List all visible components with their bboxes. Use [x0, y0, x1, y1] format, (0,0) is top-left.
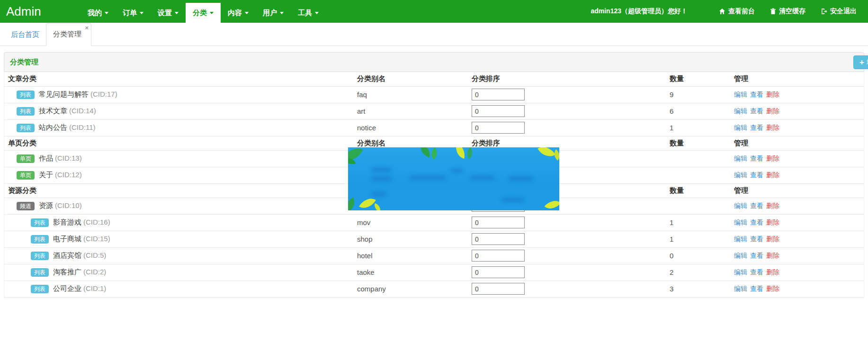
nav-menu-orders[interactable]: 订单 — [116, 3, 151, 23]
col-header-manage: 管理 — [734, 136, 864, 150]
view-site-link[interactable]: 查看前台 — [719, 7, 755, 16]
type-badge-list: 列表 — [31, 218, 49, 227]
edit-link[interactable]: 编辑 — [734, 285, 747, 292]
sort-input[interactable] — [472, 233, 525, 245]
sort-input[interactable] — [472, 250, 525, 262]
sort-input[interactable] — [472, 266, 525, 278]
edit-link[interactable]: 编辑 — [734, 91, 747, 98]
edit-link[interactable]: 编辑 — [734, 154, 747, 162]
delete-link[interactable]: 删除 — [766, 268, 779, 276]
view-link[interactable]: 查看 — [750, 285, 763, 292]
sort-input[interactable] — [472, 105, 525, 117]
nav-menu-content[interactable]: 内容 — [221, 3, 256, 23]
view-link[interactable]: 查看 — [750, 107, 763, 115]
count-cell: 1 — [670, 119, 734, 136]
banner-watermark — [509, 177, 533, 181]
plus-icon: + — [859, 58, 864, 66]
delete-link[interactable]: 删除 — [766, 107, 779, 115]
edit-link[interactable]: 编辑 — [734, 252, 747, 259]
view-link[interactable]: 查看 — [750, 202, 763, 209]
nav-menu-category[interactable]: 分类 — [186, 3, 221, 23]
banner-watermark — [410, 176, 446, 180]
delete-link[interactable]: 删除 — [766, 285, 779, 292]
delete-link[interactable]: 删除 — [766, 202, 779, 209]
view-link[interactable]: 查看 — [750, 124, 763, 131]
nav-menu-users[interactable]: 用户 — [256, 3, 291, 23]
section-title: 单页分类 — [4, 136, 357, 150]
delete-link[interactable]: 删除 — [766, 235, 779, 243]
view-link[interactable]: 查看 — [750, 154, 763, 162]
edit-link[interactable]: 编辑 — [734, 107, 747, 115]
view-link[interactable]: 查看 — [750, 171, 763, 179]
nav-menu-settings[interactable]: 设置 — [151, 3, 186, 23]
view-link[interactable]: 查看 — [750, 91, 763, 98]
nav-menu-tools[interactable]: 工具 — [291, 3, 326, 23]
delete-link[interactable]: 删除 — [766, 218, 779, 226]
banner-watermark — [502, 198, 524, 202]
delete-link[interactable]: 删除 — [766, 252, 779, 259]
add-category-button[interactable]: + 增加分类 — [853, 55, 868, 69]
category-cid: (CID:13) — [55, 154, 82, 162]
view-link[interactable]: 查看 — [750, 268, 763, 276]
table-row: 列表公司企业(CID:1) company 3 编辑查看删除 — [4, 281, 864, 297]
logout-link[interactable]: 安全退出 — [821, 7, 857, 16]
sort-input[interactable] — [472, 217, 525, 228]
edit-link[interactable]: 编辑 — [734, 218, 747, 226]
banner-watermark — [470, 176, 494, 180]
tab-dashboard-home[interactable]: 后台首页 — [4, 24, 46, 45]
category-cid: (CID:1) — [83, 284, 106, 292]
edit-link[interactable]: 编辑 — [734, 235, 747, 243]
chevron-down-icon — [315, 12, 319, 14]
category-cid: (CID:17) — [90, 90, 117, 98]
delete-link[interactable]: 删除 — [766, 171, 779, 179]
close-icon[interactable]: × — [85, 25, 89, 31]
leaf-decoration — [373, 203, 382, 210]
tab-category-management[interactable]: 分类管理 × — [46, 23, 91, 46]
category-name: 站内公告 — [39, 123, 67, 131]
edit-link[interactable]: 编辑 — [734, 124, 747, 131]
delete-link[interactable]: 删除 — [766, 124, 779, 131]
sort-input[interactable] — [472, 122, 525, 134]
col-header-count: 数量 — [670, 183, 734, 198]
count-cell: 1 — [670, 231, 734, 247]
edit-link[interactable]: 编辑 — [734, 202, 747, 209]
category-name: 公司企业 — [53, 284, 81, 292]
banner-watermark — [372, 168, 392, 172]
category-cid: (CID:11) — [69, 123, 96, 131]
edit-link[interactable]: 编辑 — [734, 268, 747, 276]
chevron-down-icon — [175, 12, 179, 14]
col-header-manage: 管理 — [734, 72, 864, 86]
trash-icon — [770, 8, 776, 15]
alias-cell: taoke — [357, 264, 472, 281]
category-name: 影音游戏 — [53, 218, 81, 226]
chevron-down-icon — [105, 12, 108, 14]
type-badge-list: 列表 — [31, 235, 49, 244]
delete-link[interactable]: 删除 — [766, 91, 779, 98]
sort-input[interactable] — [472, 283, 525, 295]
sort-input[interactable] — [472, 89, 525, 100]
chevron-down-icon — [280, 12, 284, 14]
nav-menu-mine[interactable]: 我的 — [81, 3, 116, 23]
delete-link[interactable]: 删除 — [766, 154, 779, 162]
table-row: 列表酒店宾馆(CID:5) hotel 0 编辑查看删除 — [4, 247, 864, 264]
admin-page: Admin 我的 订单 设置 分类 内容 用户 工具 admin123（超级管理… — [0, 0, 868, 353]
view-link[interactable]: 查看 — [750, 235, 763, 243]
logout-icon — [821, 8, 827, 15]
edit-link[interactable]: 编辑 — [734, 171, 747, 179]
leaf-decoration — [418, 147, 433, 158]
clear-cache-link[interactable]: 清空缓存 — [770, 7, 805, 16]
view-link[interactable]: 查看 — [750, 218, 763, 226]
col-header-count: 数量 — [670, 72, 734, 86]
view-link[interactable]: 查看 — [750, 252, 763, 259]
category-name: 淘客推广 — [53, 268, 81, 276]
count-cell: 1 — [670, 214, 734, 231]
app-brand[interactable]: Admin — [0, 0, 81, 23]
col-header-manage: 管理 — [734, 183, 864, 198]
chevron-down-icon — [210, 12, 214, 14]
banner-watermark — [451, 169, 463, 172]
category-cid: (CID:10) — [55, 201, 82, 209]
category-name: 关于 — [39, 171, 53, 179]
category-cid: (CID:2) — [83, 268, 106, 276]
tab-bar: 后台首页 分类管理 × — [0, 23, 868, 46]
type-badge-channel: 频道 — [17, 202, 35, 210]
